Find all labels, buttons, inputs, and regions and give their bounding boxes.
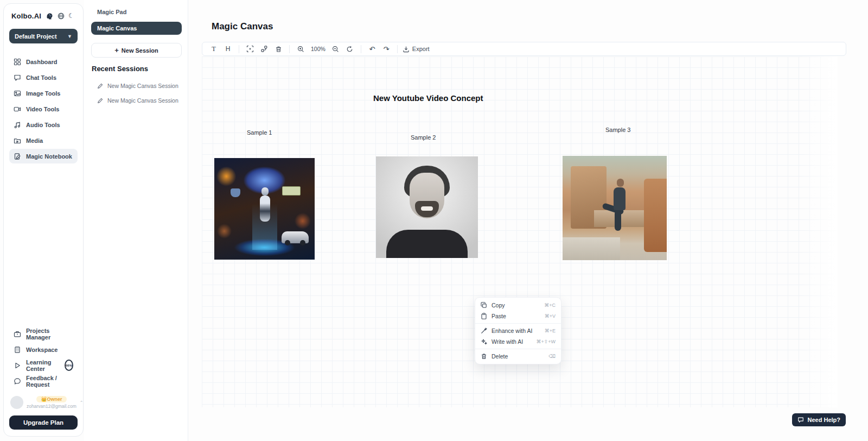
new-session-button[interactable]: + New Session — [91, 43, 182, 58]
shortcut-hint: ⌘+E — [545, 328, 556, 333]
sidebar-item-workspace[interactable]: Workspace — [9, 342, 78, 357]
stone-block — [644, 179, 667, 251]
upgrade-plan-button[interactable]: Upgrade Plan — [9, 415, 78, 430]
sidebar-item-feedback[interactable]: Feedback / Request — [9, 374, 78, 388]
trash-icon — [275, 46, 282, 53]
sidebar-item-chat-tools[interactable]: Chat Tools — [9, 70, 78, 85]
sitting-man-body — [614, 187, 626, 210]
new-session-label: New Session — [122, 47, 158, 54]
sidebar-item-dashboard[interactable]: Dashboard — [9, 54, 78, 69]
sidebar-item-magic-notebook[interactable]: Magic Notebook — [9, 149, 78, 163]
sidebar-item-audio-tools[interactable]: Audio Tools — [9, 117, 78, 132]
building-icon — [14, 346, 21, 354]
pencil-icon — [97, 83, 104, 89]
page-title: Magic Canvas — [212, 21, 273, 32]
robot-head — [261, 187, 269, 196]
heart-graphic — [231, 188, 240, 197]
sample-3-label[interactable]: Sample 3 — [605, 127, 630, 133]
dark-mode-icon[interactable]: ☾ — [68, 12, 74, 20]
sidebar-item-label: Feedback / Request — [26, 375, 73, 388]
car-graphic — [282, 231, 309, 243]
zoom-in-icon — [297, 46, 304, 53]
logo-row: Kolbo.AI ☾ — [9, 11, 78, 20]
sidebar-item-label: Learning Center — [26, 359, 59, 372]
robot-body — [260, 196, 270, 222]
image-icon — [14, 90, 21, 97]
need-help-button[interactable]: Need Help? — [792, 413, 846, 426]
shortcut-hint: ⌘+⇧+W — [536, 339, 556, 344]
heading-tool-button[interactable]: H — [222, 43, 234, 54]
redo-button[interactable]: ↷ — [380, 43, 392, 54]
paste-icon — [481, 313, 487, 319]
text-tool-icon: T — [212, 45, 216, 53]
undo-icon: ↶ — [369, 46, 375, 53]
sidebar-item-learning-center[interactable]: Learning Center 66% — [9, 358, 78, 373]
session-item[interactable]: New Magic Canvas Session — [97, 83, 178, 89]
select-area-button[interactable] — [244, 43, 256, 54]
panel-item-magic-canvas[interactable]: Magic Canvas — [91, 22, 182, 35]
panel-item-magic-pad[interactable]: Magic Pad — [97, 9, 126, 15]
select-area-icon — [246, 45, 254, 53]
connector-tool-button[interactable] — [258, 43, 270, 54]
context-menu: Copy ⌘+C Paste ⌘+V Enhance with AI ⌘+E W… — [475, 297, 561, 364]
session-item[interactable]: New Magic Canvas Session — [97, 97, 178, 104]
notebook-icon — [14, 153, 21, 160]
sidebar-item-label: Image Tools — [26, 90, 60, 97]
sidebar-item-media[interactable]: Media — [9, 133, 78, 148]
help-chat-icon — [797, 417, 804, 423]
zoom-in-button[interactable] — [295, 43, 307, 54]
brand-logo: Kolbo.AI — [11, 12, 41, 20]
video-icon — [14, 105, 21, 113]
session-item-label: New Magic Canvas Session — [107, 97, 178, 104]
delete-tool-button[interactable] — [272, 43, 284, 54]
user-email: zoharvan12@gmail.com — [27, 404, 76, 409]
sidebar-nav: Dashboard Chat Tools Image Tools Video T… — [9, 54, 78, 163]
context-menu-write-with-ai[interactable]: Write with AI ⌘+⇧+W — [475, 336, 561, 347]
sidebar-item-projects-manager[interactable]: Projects Manager — [9, 326, 78, 341]
undo-button[interactable]: ↶ — [366, 43, 378, 54]
zoom-out-icon — [332, 46, 339, 53]
sidebar-item-label: Dashboard — [26, 59, 57, 65]
chat-icon — [14, 74, 21, 81]
project-selector-label: Default Project — [15, 33, 57, 40]
canvas-toolbar: T H 100% ↶ ↷ Export — [202, 42, 846, 56]
context-menu-item-label: Paste — [492, 313, 540, 319]
portrait-shoulders — [386, 230, 468, 258]
user-profile[interactable]: 👑Owner zoharvan12@gmail.com ⌃ — [9, 394, 78, 411]
context-menu-item-label: Enhance with AI — [492, 327, 540, 334]
context-menu-paste[interactable]: Paste ⌘+V — [475, 311, 561, 322]
sample-2-label[interactable]: Sample 2 — [411, 134, 436, 141]
redo-icon: ↷ — [383, 46, 389, 53]
toolbar-divider — [361, 45, 361, 53]
project-selector[interactable]: Default Project ▼ — [9, 29, 78, 43]
session-panel: Magic Pad Magic Canvas + New Session Rec… — [84, 0, 188, 441]
canvas-image-ai-robot[interactable] — [214, 158, 315, 260]
canvas-image-portrait[interactable] — [376, 156, 478, 258]
canvas-heading[interactable]: New Youtube Video Concept — [373, 93, 483, 103]
zoom-level: 100% — [309, 46, 328, 52]
sample-1-label[interactable]: Sample 1 — [247, 129, 272, 136]
brand-head-icon — [45, 11, 54, 20]
context-menu-copy[interactable]: Copy ⌘+C — [475, 300, 561, 311]
media-icon — [14, 137, 21, 144]
sitting-man-leg — [615, 210, 621, 231]
menu-divider — [475, 323, 561, 324]
sidebar-item-video-tools[interactable]: Video Tools — [9, 102, 78, 116]
context-menu-delete[interactable]: Delete ⌫ — [475, 351, 561, 362]
canvas-image-ruins[interactable] — [563, 156, 667, 260]
sidebar-item-label: Magic Notebook — [26, 153, 72, 160]
enhance-icon — [481, 327, 487, 334]
language-globe-icon[interactable] — [58, 12, 65, 20]
text-tool-button[interactable]: T — [208, 43, 220, 54]
chevron-icon: ⌃ — [80, 400, 84, 405]
context-menu-enhance-with-ai[interactable]: Enhance with AI ⌘+E — [475, 325, 561, 336]
reset-view-button[interactable] — [344, 43, 356, 54]
plus-icon: + — [114, 46, 119, 54]
sidebar-item-image-tools[interactable]: Image Tools — [9, 86, 78, 100]
portrait-smile — [421, 206, 433, 211]
export-button[interactable]: Export — [403, 46, 430, 53]
stone-path — [563, 237, 620, 260]
shortcut-hint: ⌘+C — [544, 303, 556, 308]
zoom-out-button[interactable] — [330, 43, 342, 54]
trash-icon — [481, 353, 487, 360]
